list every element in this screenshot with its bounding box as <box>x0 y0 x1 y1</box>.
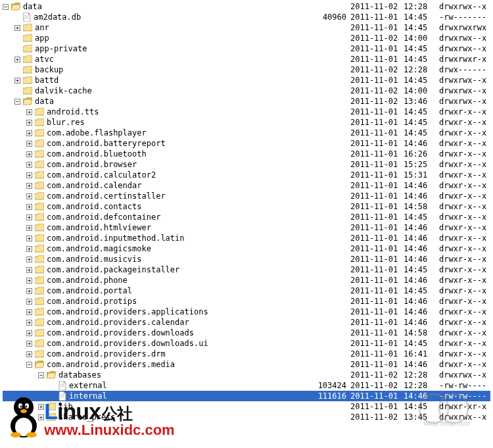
item-name[interactable]: anr <box>35 23 49 32</box>
item-name[interactable]: com.android.providers.media <box>47 360 175 369</box>
item-name[interactable]: com.android.providers.applications <box>47 307 208 316</box>
expand-icon[interactable]: + <box>26 141 32 147</box>
collapse-icon[interactable]: − <box>3 4 9 10</box>
item-name[interactable]: android.tts <box>47 107 99 116</box>
item-name[interactable]: databases <box>59 370 101 380</box>
expand-icon[interactable]: + <box>26 225 32 231</box>
expand-icon[interactable]: + <box>26 151 32 157</box>
tree-row[interactable]: +lib2011-11-0114:45drwxr-xr-x <box>3 401 490 412</box>
item-name[interactable]: battd <box>35 76 59 85</box>
item-name[interactable]: com.android.inputmethod.latin <box>47 234 185 243</box>
tree-row[interactable]: +battd2011-11-0114:45drwxrwx--x <box>3 75 490 86</box>
tree-row[interactable]: backup2011-11-0212:28drwx------ <box>3 64 490 75</box>
expand-icon[interactable]: + <box>26 193 32 199</box>
item-name[interactable]: com.android.providers.downloads.ui <box>47 339 208 348</box>
item-name[interactable]: com.android.providers.calendar <box>47 318 189 327</box>
expand-icon[interactable]: + <box>14 57 20 62</box>
item-name[interactable]: lib <box>59 402 73 411</box>
tree-row[interactable]: +com.android.musicvis2011-11-0114:46drwx… <box>3 254 490 264</box>
expand-icon[interactable]: + <box>26 341 32 347</box>
item-name[interactable]: internal <box>69 391 107 401</box>
item-name[interactable]: app-private <box>35 44 87 53</box>
item-name[interactable]: blur.res <box>47 118 85 127</box>
tree-row[interactable]: +com.android.protips2011-11-0114:46drwxr… <box>3 296 490 307</box>
tree-row[interactable]: +atvc2011-11-0114:45drwxrwxr-x <box>3 54 490 64</box>
item-name[interactable]: com.android.phone <box>47 276 128 285</box>
tree-row[interactable]: app2011-11-0214:00drwxrwx--x <box>3 33 490 43</box>
collapse-icon[interactable]: − <box>38 372 44 378</box>
item-name[interactable]: dalvik-cache <box>35 86 92 95</box>
expand-icon[interactable]: + <box>26 204 32 210</box>
tree-row[interactable]: +com.android.calculator22011-11-0115:31d… <box>3 170 490 180</box>
item-name[interactable]: external <box>69 381 107 390</box>
expand-icon[interactable]: + <box>26 320 32 326</box>
tree-row[interactable]: +anr2011-11-0114:45drwxrwxrwx <box>3 22 490 33</box>
expand-icon[interactable]: + <box>26 267 32 273</box>
collapse-icon[interactable]: − <box>26 362 32 368</box>
item-name[interactable]: data <box>23 2 42 11</box>
item-name[interactable]: atvc <box>35 55 54 64</box>
expand-icon[interactable]: + <box>26 278 32 284</box>
item-name[interactable]: com.android.contacts <box>47 202 142 211</box>
tree-row[interactable]: +com.android.providers.drm2011-11-0116:4… <box>3 349 490 359</box>
expand-icon[interactable]: + <box>26 236 32 241</box>
tree-row[interactable]: external1034242011-11-0212:28-rw-rw---- <box>3 380 490 391</box>
item-name[interactable]: shared_prefs <box>59 412 116 422</box>
tree-row[interactable]: +android.tts2011-11-0114:45drwxr-x--x <box>3 107 490 117</box>
tree-row[interactable]: +com.android.providers.downloads2011-11-… <box>3 328 490 338</box>
file-tree[interactable]: −data2011-11-0212:28drwxrwx--xam2data.db… <box>0 0 493 424</box>
item-name[interactable]: com.android.htmlviewer <box>47 223 151 232</box>
item-name[interactable]: backup <box>35 65 63 74</box>
expand-icon[interactable]: + <box>26 246 32 252</box>
expand-icon[interactable]: + <box>26 330 32 336</box>
item-name[interactable]: am2data.db <box>34 12 81 22</box>
tree-row[interactable]: +com.android.inputmethod.latin2011-11-01… <box>3 233 490 243</box>
item-name[interactable]: com.android.calendar <box>47 181 142 190</box>
item-name[interactable]: com.android.certinstaller <box>47 191 166 201</box>
tree-row[interactable]: +com.android.bluetooth2011-11-0116:26drw… <box>3 149 490 159</box>
tree-row[interactable]: +com.android.portal2011-11-0114:45drwxr-… <box>3 286 490 296</box>
item-name[interactable]: com.android.batteryreport <box>47 139 166 148</box>
tree-row[interactable]: dalvik-cache2011-11-0214:00drwxrwx--x <box>3 86 490 96</box>
item-name[interactable]: com.android.magicsmoke <box>47 244 151 253</box>
expand-icon[interactable]: + <box>26 172 32 178</box>
expand-icon[interactable]: + <box>38 414 44 420</box>
tree-row[interactable]: +com.android.browser2011-11-0115:25drwxr… <box>3 159 490 170</box>
tree-row[interactable]: +com.android.phone2011-11-0114:46drwxr-x… <box>3 275 490 286</box>
tree-row[interactable]: app-private2011-11-0114:45drwxrwx--x <box>3 43 490 54</box>
tree-row[interactable]: −data2011-11-0213:46drwxrwx--x <box>3 96 490 107</box>
tree-row[interactable]: −databases2011-11-0212:28drwxrwx--x <box>3 370 490 380</box>
item-name[interactable]: com.android.browser <box>47 160 137 169</box>
expand-icon[interactable]: + <box>26 130 32 136</box>
expand-icon[interactable]: + <box>26 109 32 115</box>
item-name[interactable]: data <box>35 97 54 106</box>
item-name[interactable]: com.android.calculator2 <box>47 170 156 180</box>
tree-row[interactable]: internal1116162011-11-0114:46-rw-rw---- <box>3 391 490 401</box>
item-name[interactable]: com.adobe.flashplayer <box>47 128 147 137</box>
item-name[interactable]: app <box>35 34 49 43</box>
tree-row[interactable]: +com.android.providers.downloads.ui2011-… <box>3 338 490 349</box>
tree-row[interactable]: +com.android.providers.calendar2011-11-0… <box>3 317 490 328</box>
expand-icon[interactable]: + <box>26 257 32 262</box>
expand-icon[interactable]: + <box>14 78 20 84</box>
tree-row[interactable]: +com.android.magicsmoke2011-11-0114:46dr… <box>3 243 490 254</box>
tree-row[interactable]: +com.android.packageinstaller2011-11-011… <box>3 264 490 275</box>
expand-icon[interactable]: + <box>26 288 32 294</box>
item-name[interactable]: com.android.bluetooth <box>47 149 147 159</box>
expand-icon[interactable]: + <box>26 351 32 357</box>
tree-row[interactable]: +com.android.calendar2011-11-0114:46drwx… <box>3 180 490 191</box>
tree-row[interactable]: +com.android.contacts2011-11-0114:58drwx… <box>3 201 490 212</box>
expand-icon[interactable]: + <box>14 25 20 31</box>
item-name[interactable]: com.android.protips <box>47 297 137 306</box>
expand-icon[interactable]: + <box>26 309 32 315</box>
tree-row[interactable]: +com.adobe.flashplayer2011-11-0114:45drw… <box>3 128 490 138</box>
tree-row[interactable]: am2data.db409602011-11-0114:45-rw------- <box>3 12 490 22</box>
tree-row[interactable]: +shared_prefs2011-11-0213:45drwxrwx--x <box>3 412 490 422</box>
tree-row[interactable]: +com.android.providers.applications2011-… <box>3 307 490 317</box>
collapse-icon[interactable]: − <box>14 99 20 105</box>
item-name[interactable]: com.android.portal <box>47 286 132 295</box>
tree-row[interactable]: +com.android.batteryreport2011-11-0114:4… <box>3 138 490 149</box>
expand-icon[interactable]: + <box>26 299 32 305</box>
expand-icon[interactable]: + <box>26 183 32 189</box>
tree-row[interactable]: −data2011-11-0212:28drwxrwx--x <box>3 1 490 12</box>
